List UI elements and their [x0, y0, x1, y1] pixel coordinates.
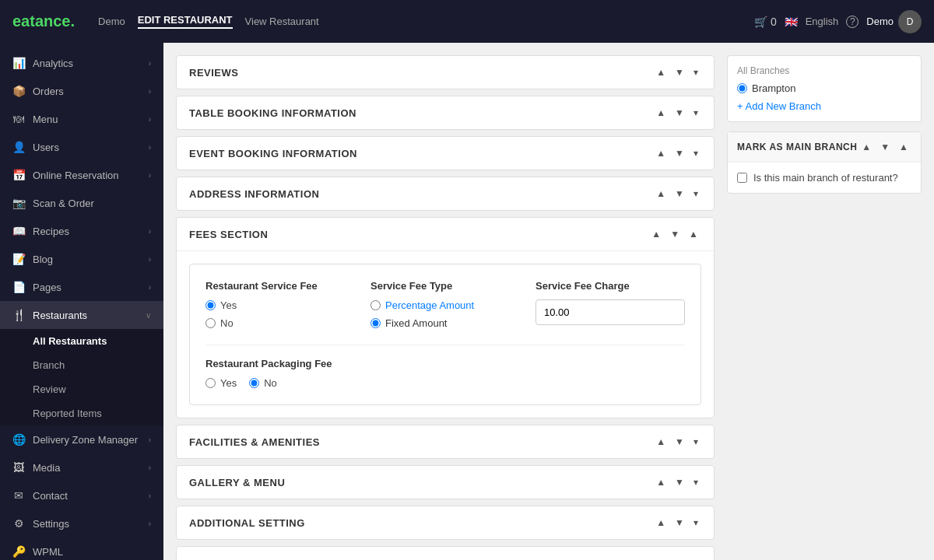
section-facilities: FACILITIES & AMENITIES ▲ ▼ ▾ [176, 425, 715, 459]
sidebar-item-wpml[interactable]: 🔑WPML [0, 537, 163, 560]
time-down-btn[interactable]: ▼ [672, 556, 687, 560]
brampton-radio[interactable] [737, 83, 747, 93]
gallery-down-btn[interactable]: ▼ [672, 475, 687, 489]
all-branches-label: All Branches [737, 65, 911, 76]
packaging-no-radio[interactable] [249, 378, 259, 388]
fixed-amount-label[interactable]: Fixed Amount [370, 317, 520, 329]
table-booking-collapse-btn[interactable]: ▾ [690, 106, 701, 120]
blog-icon: 📝 [12, 253, 25, 265]
service-fee-no-radio[interactable] [205, 318, 216, 328]
sidebar-sub-all-restaurants[interactable]: All Restaurants [0, 329, 163, 353]
menu-icon: 🍽 [12, 113, 25, 125]
address-header: ADDRESS INFORMATION ▲ ▼ ▾ [177, 177, 714, 210]
sidebar-item-restaurants[interactable]: 🍴Restaurants ∨ [0, 301, 163, 329]
sidebar-item-settings[interactable]: ⚙Settings › [0, 509, 163, 537]
nav-demo[interactable]: Demo [98, 16, 125, 27]
service-fee-yes-label[interactable]: Yes [205, 299, 355, 311]
address-collapse-btn[interactable]: ▾ [690, 187, 701, 201]
table-booking-controls: ▲ ▼ ▾ [653, 106, 701, 120]
is-main-branch-label[interactable]: Is this main branch of resturant? [737, 172, 911, 184]
sidebar-item-scan-order[interactable]: 📷Scan & Order [0, 189, 163, 217]
is-main-branch-checkbox[interactable] [737, 173, 747, 183]
service-fee-charge-input[interactable] [535, 299, 685, 325]
additional-up-btn[interactable]: ▲ [653, 516, 669, 530]
fees-header: FEES SECTION ▲ ▼ ▲ [177, 218, 714, 251]
time-up-btn[interactable]: ▲ [653, 556, 669, 560]
sidebar-sub-branch[interactable]: Branch [0, 353, 163, 377]
event-booking-down-btn[interactable]: ▼ [672, 146, 687, 160]
delivery-chevron: › [149, 436, 151, 444]
branch-radio-group: Brampton [737, 82, 911, 94]
facilities-down-btn[interactable]: ▼ [672, 435, 687, 449]
add-new-branch-link[interactable]: + Add New Branch [737, 100, 911, 112]
time-header: TIME SETTING ▲ ▼ ▾ [177, 547, 714, 560]
sidebar-sub-review[interactable]: Review [0, 377, 163, 401]
additional-down-btn[interactable]: ▼ [672, 516, 687, 530]
fees-expand-btn[interactable]: ▲ [686, 227, 701, 241]
sidebar-item-media[interactable]: 🖼Media › [0, 453, 163, 481]
mark-main-up-btn[interactable]: ▲ [859, 140, 874, 154]
branch-panel: All Branches Brampton + Add New Branch [727, 55, 922, 122]
service-fee-no-label[interactable]: No [205, 317, 355, 329]
packaging-yes-radio[interactable] [205, 378, 216, 388]
sidebar-item-contact[interactable]: ✉Contact › [0, 481, 163, 509]
mark-main-collapse-btn[interactable]: ▲ [896, 140, 911, 154]
sidebar-sub-reported-items[interactable]: Reported Items [0, 401, 163, 425]
layout: 📊Analytics › 📦Orders › 🍽Menu › 👤Users › … [0, 43, 934, 560]
reviews-down-btn[interactable]: ▼ [672, 65, 687, 79]
packaging-yes-label[interactable]: Yes [205, 377, 237, 389]
cart-icon[interactable]: 🛒 0 [754, 16, 777, 28]
reviews-collapse-btn[interactable]: ▾ [690, 65, 701, 79]
time-collapse-btn[interactable]: ▾ [690, 556, 701, 560]
sidebar-item-pages[interactable]: 📄Pages › [0, 273, 163, 301]
gallery-collapse-btn[interactable]: ▾ [690, 475, 701, 489]
table-booking-up-btn[interactable]: ▲ [653, 106, 669, 120]
event-booking-collapse-btn[interactable]: ▾ [690, 146, 701, 160]
additional-collapse-btn[interactable]: ▾ [690, 516, 701, 530]
percentage-amount-radio[interactable] [370, 300, 381, 310]
restaurants-icon: 🍴 [12, 309, 25, 321]
sidebar-item-recipes[interactable]: 📖Recipes › [0, 217, 163, 245]
users-chevron: › [149, 143, 151, 152]
percentage-amount-label[interactable]: Percentage Amount [370, 299, 520, 311]
reviews-up-btn[interactable]: ▲ [653, 65, 669, 79]
nav-view-restaurant[interactable]: View Restaurant [245, 16, 319, 27]
sidebar-item-menu[interactable]: 🍽Menu › [0, 105, 163, 133]
sidebar-item-users[interactable]: 👤Users › [0, 133, 163, 161]
wpml-icon: 🔑 [12, 545, 25, 558]
reviews-header: REVIEWS ▲ ▼ ▾ [177, 56, 714, 89]
mark-main-controls: ▲ ▼ ▲ [859, 140, 911, 154]
fees-down-btn[interactable]: ▼ [667, 227, 683, 241]
sidebar-item-analytics[interactable]: 📊Analytics › [0, 49, 163, 77]
fixed-amount-radio[interactable] [370, 318, 381, 328]
sidebar: 📊Analytics › 📦Orders › 🍽Menu › 👤Users › … [0, 43, 163, 560]
sidebar-item-online-reservation[interactable]: 📅Online Reservation › [0, 161, 163, 189]
address-title: ADDRESS INFORMATION [189, 188, 319, 200]
table-booking-down-btn[interactable]: ▼ [672, 106, 687, 120]
brampton-label[interactable]: Brampton [737, 82, 911, 94]
contact-icon: ✉ [12, 489, 25, 502]
help-icon[interactable]: ? [846, 16, 859, 28]
nav-edit-restaurant[interactable]: EDIT RESTAURANT [138, 14, 233, 29]
user-avatar: D [898, 10, 922, 33]
sidebar-item-blog[interactable]: 📝Blog › [0, 245, 163, 273]
event-booking-up-btn[interactable]: ▲ [653, 146, 669, 160]
facilities-collapse-btn[interactable]: ▾ [690, 435, 701, 449]
gallery-up-btn[interactable]: ▲ [653, 475, 669, 489]
sidebar-item-orders[interactable]: 📦Orders › [0, 77, 163, 105]
facilities-up-btn[interactable]: ▲ [653, 435, 669, 449]
fees-body: Restaurant Service Fee Yes No [177, 251, 714, 418]
address-up-btn[interactable]: ▲ [653, 187, 669, 201]
additional-header: ADDITIONAL SETTING ▲ ▼ ▾ [177, 506, 714, 539]
table-booking-title: TABLE BOOKING INFORMATION [189, 107, 356, 119]
fees-up-btn[interactable]: ▲ [648, 227, 664, 241]
service-fee-yes-radio[interactable] [205, 300, 216, 310]
sidebar-item-delivery-zone[interactable]: 🌐Delivery Zone Manager › [0, 425, 163, 453]
packaging-no-label[interactable]: No [249, 377, 277, 389]
reviews-controls: ▲ ▼ ▾ [653, 65, 701, 79]
address-down-btn[interactable]: ▼ [672, 187, 687, 201]
mark-main-down-btn[interactable]: ▼ [877, 140, 893, 154]
gallery-title: GALLERY & MENU [189, 477, 285, 488]
user-button[interactable]: Demo D [866, 10, 922, 33]
language-selector[interactable]: English [806, 16, 839, 27]
